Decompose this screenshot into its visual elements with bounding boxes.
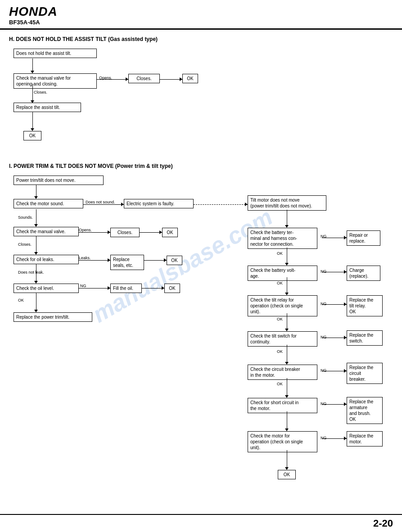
section-b-title: I. POWER TRIM & TILT DOES NOT MOVE (Powe…: [9, 163, 393, 169]
arrow-b1: [36, 185, 36, 197]
box-b-short: Check for short circuit inthe motor.: [248, 398, 317, 413]
label-b-ng-short: NG: [321, 401, 327, 406]
arrow-b-right1: [287, 210, 287, 226]
box-b-batt-volt: Check the battery volt-age.: [248, 266, 317, 281]
label-b-ok-circuit: OK: [277, 382, 283, 386]
box-b-ok-seals: OK: [167, 256, 182, 265]
arrow-b-right6: [287, 378, 287, 396]
arrow-a1: [32, 59, 33, 72]
box-b-check-motor: Check the motor sound.: [14, 199, 83, 208]
arrow-b-ng-circuit: [322, 371, 347, 371]
main-content: H. DOES NOT HOLD THE ASSIST TILT (Gas as…: [0, 30, 402, 513]
arrow-a-closes-ok: [160, 79, 182, 80]
arrow-b-closes-ok: [140, 232, 162, 233]
label-b-ng-circuit: NG: [321, 368, 327, 373]
arrow-b-opens: [79, 232, 110, 233]
section-a: H. DOES NOT HOLD THE ASSIST TILT (Gas as…: [9, 36, 393, 152]
label-a-closes: Closes.: [34, 90, 47, 95]
arrow-b2: [36, 209, 36, 225]
label-b-sounds: Sounds.: [18, 215, 33, 220]
footer: 2-20: [0, 514, 402, 532]
arrow-b-right5: [287, 345, 287, 363]
box-b-charge-replace: Charge(replace).: [347, 266, 380, 281]
label-b-noleak: Does not leak.: [18, 270, 44, 275]
box-b-replace-armature: Replace thearmatureand brush.OK: [347, 397, 383, 424]
arrow-b-leaks: [79, 260, 110, 261]
box-b-repair-replace: Repair orreplace.: [347, 230, 380, 246]
arrow-b-right7: [287, 411, 287, 429]
arrow-b-fill-ok: [142, 288, 164, 289]
label-b-nosound: Does not sound.: [86, 200, 115, 204]
box-b-fill-oil: Fill the oil.: [110, 284, 142, 293]
arrow-b-ng-motor-op: [322, 438, 347, 439]
arrow-b-ng-batt-volt: [322, 272, 347, 272]
box-a-check-manual: Check the manual valve foropening and cl…: [14, 73, 97, 89]
box-b-check-manual: Check the manual valve.: [14, 227, 79, 236]
label-b-ok-relay: OK: [277, 317, 283, 321]
label-b-ok1: OK: [18, 298, 24, 302]
box-a-ok2: OK: [23, 131, 41, 140]
label-b-ng-relay: NG: [321, 302, 327, 306]
label-b-ok-batt-volt: OK: [277, 281, 283, 285]
arrow-b-ng-switch: [322, 338, 347, 338]
box-a-replace-assist: Replace the assist tilt.: [14, 103, 81, 112]
arrow-b5: [36, 293, 36, 311]
box-b-replace-switch: Replace theswitch.: [347, 330, 383, 346]
label-b-closes2: Closes.: [18, 242, 32, 247]
arrow-b-right4: [287, 313, 287, 329]
arrow-b-right2: [287, 248, 287, 264]
box-b-oil-level: Check the oil level.: [14, 284, 79, 293]
arrow-b-right3: [287, 277, 287, 293]
arrow-b-ng-oil: [79, 288, 110, 289]
section-a-title: H. DOES NOT HOLD THE ASSIST TILT (Gas as…: [9, 36, 393, 42]
box-b-circuit: Check the circuit breakerin the motor.: [248, 365, 317, 380]
label-b-ok-switch: OK: [277, 349, 283, 354]
box-b-ok-fill: OK: [164, 284, 180, 293]
label-b-leaks: Leaks.: [79, 256, 91, 260]
arrow-b-ng-short: [322, 404, 347, 405]
arrow-b-ng-batt-term: [322, 238, 347, 238]
brand-logo: HONDA: [9, 5, 393, 19]
box-b-tilt-relay: Check the tilt relay foroperation (check…: [248, 295, 317, 316]
dashed-arrow-b: [194, 204, 248, 205]
box-b-tilt-motor: Tilt motor does not move(power trim/tilt…: [248, 195, 326, 211]
box-b-tilt-switch: Check the tilt switch forcontinuity.: [248, 331, 317, 347]
box-b-batt-term: Check the battery ter-minal and harness …: [248, 228, 317, 249]
page-number: 2-20: [373, 518, 393, 529]
box-b-closes: Closes.: [110, 228, 140, 237]
box-b-replace-motor: Replace themotor.: [347, 431, 383, 446]
label-b-opens: Opens.: [79, 228, 92, 232]
label-b-ng-switch: NG: [321, 335, 327, 339]
flowchart-a: Does not hold the assist tilt. Check the…: [9, 49, 279, 152]
box-b-replace-seals: Replaceseals, etc.: [110, 255, 144, 270]
arrow-a3: [32, 112, 33, 130]
arrow-a2: [32, 84, 33, 102]
label-b-ng-batt-volt: NG: [321, 269, 327, 274]
box-b-replace-circuit: Replace thecircuitbreaker.: [347, 363, 383, 384]
box-b-oil-leaks: Check for oil leaks.: [14, 255, 79, 264]
box-b-replace-relay: Replace thetilt relay.OK: [347, 295, 383, 316]
arrow-b3: [36, 236, 36, 253]
box-b-elec-faulty: Electric system is faulty.: [124, 199, 194, 208]
box-a-closes: Closes.: [128, 74, 160, 83]
header: HONDA BF35A·45A: [0, 0, 402, 30]
arrow-b-right8: [287, 450, 287, 468]
box-b-ok-final: OK: [278, 470, 296, 479]
arrow-a-opens: [97, 79, 128, 80]
box-b-motor-op: Check the motor foroperation (check on s…: [248, 431, 317, 452]
box-b-start: Power trim/tilt does not move.: [14, 176, 104, 185]
label-b-ok-batt-term: OK: [277, 251, 283, 256]
arrow-b4: [36, 264, 36, 282]
model-number: BF35A·45A: [9, 19, 393, 26]
arrow-b-seals-ok: [144, 260, 167, 261]
label-b-ng1: NG: [80, 284, 86, 288]
box-b-ok-manual: OK: [162, 228, 178, 237]
arrow-b-ng-relay: [322, 304, 347, 305]
box-b-replace-power: Replace the power trim/tilt.: [14, 312, 92, 322]
arrow-b-nosound: [83, 204, 124, 205]
box-a-ok1: OK: [182, 74, 198, 83]
box-a-start: Does not hold the assist tilt.: [14, 49, 97, 58]
section-b: I. POWER TRIM & TILT DOES NOT MOVE (Powe…: [9, 163, 393, 500]
label-b-ng-motor-op: NG: [321, 436, 327, 440]
flowchart-b: Power trim/tilt does not move. Check the…: [9, 176, 396, 500]
